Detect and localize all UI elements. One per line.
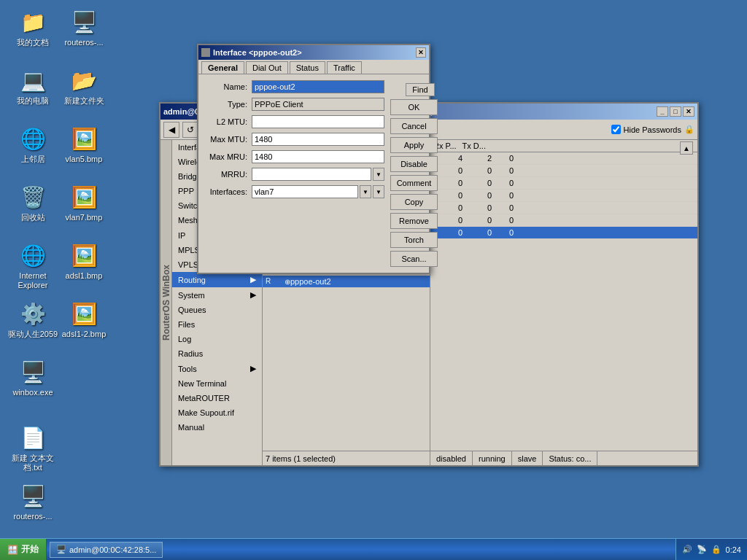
minimize-button[interactable]: _	[657, 106, 668, 117]
desktop-icon-winbox[interactable]: 🖥️ winbox.exe	[7, 357, 58, 397]
maxmru-label: Max MRU:	[204, 152, 252, 161]
interface-dialog: Interface <pppoe-out2> ✕ General Dial Ou…	[197, 44, 430, 274]
routeros1-label: routeros-...	[64, 38, 103, 47]
extra-val: 0	[492, 216, 514, 225]
table-row[interactable]: R ⊕pppoe-out2	[263, 276, 430, 288]
sidebar-item-queues[interactable]: Queues	[172, 303, 262, 317]
sidebar-item-make-supout[interactable]: Make Supout.rif	[172, 405, 262, 420]
adsl1-icon: 🖼️	[69, 241, 98, 270]
name-input[interactable]	[252, 80, 384, 93]
maxmtu-label: Max MTU:	[204, 135, 252, 144]
tab-traffic[interactable]: Traffic	[327, 61, 362, 74]
status-info: Status: co...	[543, 451, 597, 465]
desktop-icon-mydocs[interactable]: 📁 我的文档	[7, 7, 58, 47]
data-row[interactable]: 0 0 0	[430, 202, 697, 214]
desktop-icon-ie[interactable]: 🌐 Internet Explorer	[7, 241, 58, 290]
interfaces-label: Interfaces:	[204, 187, 252, 196]
extra-val: 0	[492, 154, 514, 163]
desktop-icon-newfolder[interactable]: 📂 新建文件夹	[58, 66, 109, 106]
remove-button[interactable]: Remove	[390, 213, 438, 229]
tray-icon2[interactable]: 📡	[697, 545, 707, 554]
adsl12-label: adsl1-2.bmp	[62, 330, 107, 339]
data-scroll-up[interactable]: ▲	[680, 141, 693, 155]
mrru-input-container: ▼	[252, 168, 384, 181]
torch-button[interactable]: Torch	[390, 232, 438, 248]
sidebar-item-tools[interactable]: Tools ▶	[172, 361, 262, 376]
cancel-button[interactable]: Cancel	[390, 118, 438, 134]
system-arrow: ▶	[250, 290, 256, 300]
tray-icon1[interactable]: 🔊	[682, 545, 692, 554]
data-row[interactable]: 0 0 0	[430, 165, 697, 177]
rxp-val: 0	[433, 228, 462, 237]
routeros2-label: routeros-...	[13, 512, 52, 521]
apply-button[interactable]: Apply	[390, 137, 438, 153]
close-button[interactable]: ✕	[683, 106, 694, 117]
desktop-icon-routeros2[interactable]: 🖥️ routeros-...	[7, 481, 58, 521]
txd-val: 0	[462, 216, 492, 225]
desktop-icon-adsl1[interactable]: 🖼️ adsl1.bmp	[58, 241, 109, 281]
sidebar-item-log[interactable]: Log	[172, 332, 262, 346]
tray-icon3[interactable]: 🔒	[711, 545, 721, 554]
mrru-input[interactable]	[252, 168, 371, 181]
scan-button[interactable]: Scan...	[390, 251, 438, 267]
comment-button[interactable]: Comment	[390, 175, 438, 191]
maxmtu-input[interactable]	[252, 133, 384, 146]
hide-passwords-checkbox[interactable]	[611, 125, 621, 134]
sidebar-item-system[interactable]: System ▶	[172, 287, 262, 303]
name-field-row: Name:	[204, 80, 384, 93]
desktop-icon-routeros1[interactable]: 🖥️ routeros-...	[58, 7, 109, 47]
start-label: 开始	[21, 543, 39, 556]
find-button[interactable]: Find	[406, 83, 435, 96]
interfaces-input[interactable]	[252, 185, 358, 198]
dialog-close-button[interactable]: ✕	[416, 47, 426, 58]
start-button[interactable]: 🪟 开始	[0, 539, 47, 560]
refresh-button[interactable]: ↺	[182, 122, 198, 138]
mrru-dropdown-button[interactable]: ▼	[373, 168, 384, 181]
sidebar-item-manual[interactable]: Manual	[172, 420, 262, 435]
ok-button[interactable]: OK	[390, 99, 438, 115]
type-input	[252, 98, 384, 111]
sidebar-item-new-terminal[interactable]: New Terminal	[172, 376, 262, 391]
desktop-icon-recycle[interactable]: 🗑️ 回收站	[7, 182, 58, 222]
tab-general[interactable]: General	[201, 61, 244, 74]
routeros1-icon: 🖥️	[69, 7, 98, 36]
data-row[interactable]: 0 0 0	[430, 214, 697, 227]
tab-dial-out[interactable]: Dial Out	[246, 61, 288, 74]
back-button[interactable]: ◀	[163, 122, 179, 138]
hide-passwords-label: Hide Passwords	[624, 125, 681, 134]
sidebar-item-routing[interactable]: Routing ▶	[172, 272, 262, 287]
data-row[interactable]: 4 2 0	[430, 152, 697, 165]
row-flag: R	[263, 276, 276, 287]
tab-status[interactable]: Status	[290, 61, 325, 74]
txd-val: 0	[462, 179, 492, 187]
data-row[interactable]: 0 0 0	[430, 190, 697, 202]
desktop-icon-mycomputer[interactable]: 💻 我的电脑	[7, 66, 58, 106]
desktop-icon-vlan5[interactable]: 🖼️ vlan5.bmp	[58, 124, 109, 164]
vlan5-label: vlan5.bmp	[66, 155, 103, 164]
status-text: 7 items (1 selected)	[266, 454, 336, 463]
copy-button[interactable]: Copy	[390, 194, 438, 210]
desktop-icon-adsl12[interactable]: 🖼️ adsl1-2.bmp	[58, 299, 109, 339]
desktop-icon-newdoc[interactable]: 📄 新建 文本文档.txt	[7, 423, 58, 472]
data-row[interactable]: 0 0 0	[430, 177, 697, 190]
dialog-form: Name: Type: L2 MTU: Max MTU: Max MRU: MR…	[204, 80, 384, 267]
l2mtu-input[interactable]	[252, 115, 384, 128]
disable-button[interactable]: Disable	[390, 156, 438, 172]
sidebar-item-radius[interactable]: Radius	[172, 346, 262, 361]
data-panel-header: Rx P... Tx D...	[430, 140, 697, 152]
maxmru-input[interactable]	[252, 150, 384, 163]
interfaces-add-button[interactable]: ▼	[373, 185, 384, 198]
sidebar-item-metarouter[interactable]: MetaROUTER	[172, 391, 262, 405]
sidebar-item-files[interactable]: Files	[172, 317, 262, 332]
maximize-button[interactable]: □	[670, 106, 681, 117]
mycomputer-label: 我的电脑	[17, 96, 49, 106]
data-row[interactable]: 0 0 0	[430, 227, 697, 239]
interfaces-dropdown-button[interactable]: ▼	[360, 185, 371, 198]
extra-val: 0	[492, 203, 514, 212]
taskbar-item-winbox[interactable]: 🖥️ admin@00:0C:42:28:5...	[50, 542, 163, 558]
status-disabled: disabled	[430, 451, 473, 465]
desktop-icon-network[interactable]: 🌐 上邻居	[7, 124, 58, 164]
desktop-icon-driver[interactable]: ⚙️ 驱动人生2059	[7, 299, 58, 339]
desktop-icon-vlan7[interactable]: 🖼️ vlan7.bmp	[58, 182, 109, 222]
txd-val: 0	[462, 166, 492, 175]
